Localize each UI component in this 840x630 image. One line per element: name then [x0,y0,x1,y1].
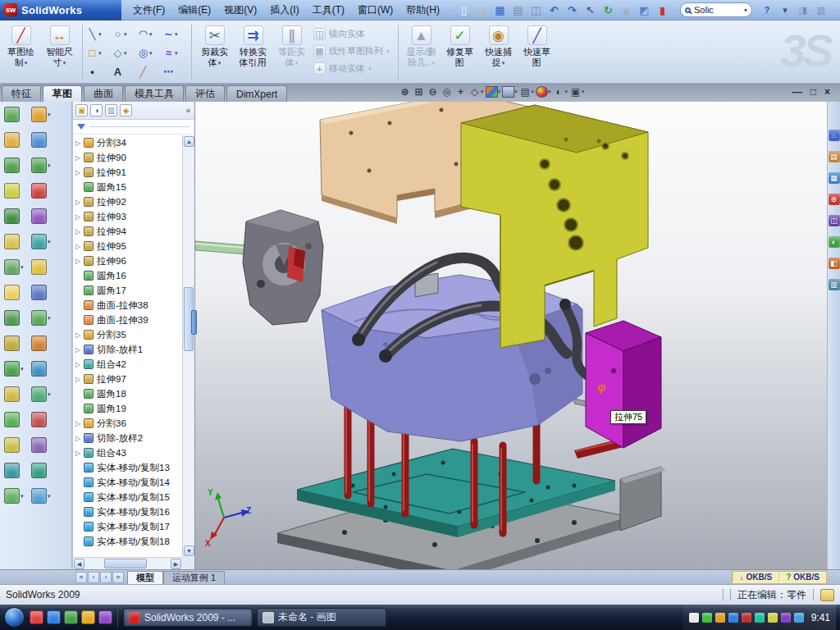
tree-item[interactable]: 实体-移动/复制16 [73,504,182,519]
pane-right-icon[interactable]: ▥ [815,3,828,16]
sketch-tool-button[interactable]: ◎▾ [137,43,162,62]
expand-arrow-icon[interactable]: ▷ [75,258,83,265]
command-button[interactable]: ⇉ 转换实 体引用 [234,23,272,79]
tree-item[interactable]: ▷ 组合43 [73,445,182,460]
command-button[interactable]: ∥ 等距实 体▾ [272,23,311,79]
tree-item[interactable]: 曲面-拉伸39 [73,313,182,327]
dropdown-icon[interactable]: ▾ [502,57,505,68]
appearances-icon[interactable]: ◐ [829,236,840,248]
scene-icon[interactable]: ◧ [829,258,840,269]
design-library-icon[interactable]: ▤ [829,151,840,162]
tree-item[interactable]: ▷ 拉伸95 [73,239,182,253]
smart-dimension-button[interactable]: ↔ 智能尺 寸▾ [40,23,79,79]
help-icon[interactable]: ? [760,3,774,16]
tree-item[interactable]: ▷ 拉伸93 [73,209,182,224]
left-toolbar-button[interactable] [4,132,24,148]
tree-item[interactable]: 圆角16 [73,268,182,283]
apply-scene-icon[interactable]: ◐ ▾ [553,85,568,98]
sketch-tool-button[interactable]: ○▾ [112,25,137,43]
dropdown-icon[interactable]: ▾ [498,89,501,95]
left-toolbar-button[interactable] [31,437,51,453]
dropdown-icon[interactable]: ▾ [124,31,127,38]
tree-item[interactable]: 实体-移动/复制14 [73,475,182,490]
vertical-scrollbar[interactable]: ▲ ▼ [182,135,194,557]
edit-appearance-icon[interactable]: ▾ [536,86,551,98]
left-toolbar-button[interactable] [4,158,24,173]
command-button[interactable]: ▦ 线性草图阵列 ▾ [311,43,395,60]
tray-icon[interactable] [728,613,738,623]
dropdown-icon[interactable]: ▾ [48,239,51,245]
zoom-in-out-icon[interactable]: ⊖ [427,85,439,98]
graphics-area[interactable]: φ Y Z X 拉伸75 [195,102,827,569]
left-toolbar-button[interactable]: ▾ [31,107,51,122]
display-style-icon[interactable]: ▾ [502,86,518,98]
save-icon[interactable]: ▦ [492,2,508,18]
tree-item[interactable]: ▷ 切除-放样2 [73,431,182,445]
taskbar-window-button[interactable]: SolidWorks 2009 - ... [123,608,253,627]
dropdown-icon[interactable]: ▾ [25,57,28,68]
expand-arrow-icon[interactable]: ▷ [75,213,83,221]
scroll-right-icon[interactable]: ▶ [171,559,181,569]
expand-arrow-icon[interactable]: ▷ [75,331,83,339]
command-button[interactable]: + 移动实体 ▾ [311,60,395,77]
left-toolbar-button[interactable] [31,285,51,300]
dropdown-icon[interactable]: ▾ [386,48,390,55]
sketch-tool-button[interactable]: ╱ [137,62,162,81]
left-toolbar-button[interactable] [31,183,51,199]
rotate-view-icon[interactable]: ◎ [441,85,453,98]
tree-item[interactable]: ▷ 拉伸91 [73,165,182,180]
dropdown-icon[interactable]: ▾ [175,50,178,57]
dropdown-icon[interactable]: ▾ [124,50,127,57]
dropdown-icon[interactable]: ▾ [368,66,372,72]
panel-splitter-handle[interactable] [191,310,197,335]
scrollbar-thumb[interactable] [104,559,147,568]
zoom-to-area-icon[interactable]: ⊞ [413,85,425,98]
tree-item[interactable]: 实体-移动/复制13 [73,460,182,475]
expand-arrow-icon[interactable]: ▷ [75,243,83,250]
start-button[interactable] [4,607,25,628]
pan-icon[interactable]: + [454,85,467,98]
left-toolbar-button[interactable] [4,234,24,249]
select-icon[interactable]: ↖ [582,2,598,18]
sketch-button[interactable]: ╱ 草图绘 制▾ [2,23,40,79]
left-toolbar-button[interactable] [31,208,51,224]
left-toolbar-button[interactable]: ▾ [4,488,24,504]
expand-arrow-icon[interactable]: ▷ [75,139,83,147]
search-dropdown-icon[interactable]: ▾ [744,7,747,14]
dropdown-icon[interactable]: ▾ [149,31,153,38]
tree-item[interactable]: ▷ 拉伸97 [73,372,182,386]
panel-overflow-icon[interactable]: » [185,106,192,115]
tab-nav-button[interactable]: » [112,572,124,583]
dropdown-icon[interactable]: ▾ [63,57,66,68]
minimize-button[interactable]: — [792,86,802,98]
left-toolbar-button[interactable] [31,463,51,478]
view-orientation-icon[interactable]: ▾ [486,86,501,98]
expand-arrow-icon[interactable]: ▷ [75,450,83,457]
chevron-icon[interactable]: ▾ [778,3,792,16]
view-settings-icon[interactable]: ▣ ▾ [569,85,585,98]
expand-arrow-icon[interactable]: ▷ [75,169,83,176]
dropdown-icon[interactable]: ▾ [21,366,24,372]
command-button[interactable]: ✂ 剪裁实 体▾ [195,23,234,79]
left-toolbar-button[interactable]: ▾ [4,361,24,377]
dropdown-icon[interactable]: ▾ [582,89,585,95]
quick-launch-icon[interactable] [81,610,95,624]
scroll-left-icon[interactable]: ◀ [74,559,84,569]
dropdown-icon[interactable]: ▾ [175,31,178,38]
propertymanager-tab-icon[interactable]: ◑ [90,104,103,116]
tree-item[interactable]: ▷ 分割36 [73,416,182,431]
command-button[interactable]: ✓ 修复草 图 [441,23,479,79]
tree-item[interactable]: ▷ 拉伸94 [73,224,182,239]
sketch-tool-button[interactable]: ⋯ [162,62,188,81]
command-button[interactable]: ▲ 显示/删 除几..▾ [402,23,441,79]
left-toolbar-button[interactable]: ▾ [31,310,51,326]
tree-filter-row[interactable] [73,120,194,135]
dropdown-icon[interactable]: ▾ [149,50,153,57]
search-box[interactable]: Solic ▾ [680,2,752,17]
search-input[interactable]: Solic [694,5,741,15]
left-toolbar-button[interactable] [31,132,51,148]
redo-icon[interactable]: ↷ [564,2,580,18]
pane-left-icon[interactable]: ◨ [797,3,810,16]
commandmanager-tab[interactable]: 评估 [185,85,225,102]
dropdown-icon[interactable]: ▾ [98,50,102,57]
